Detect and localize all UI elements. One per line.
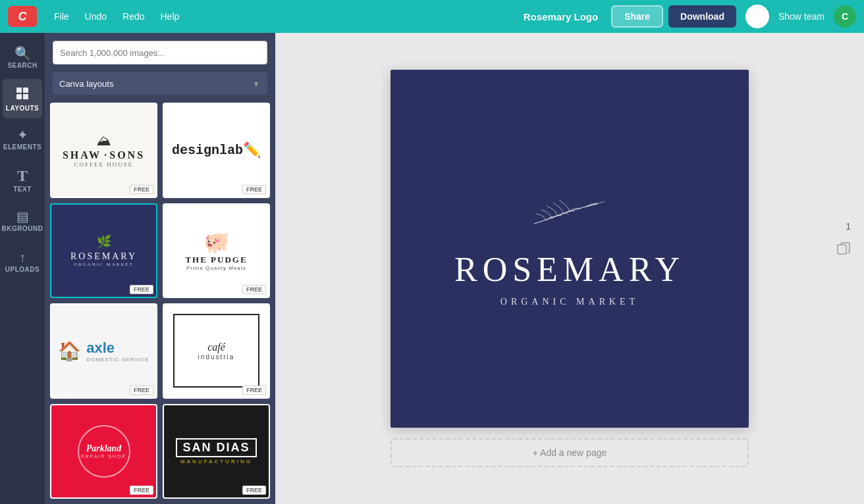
pudge-icon: 🐖 <box>203 230 230 255</box>
canvas-area: ROSEMARY ORGANIC MARKET + Add a new page… <box>275 33 864 504</box>
tool-elements-label: ELEMENTS <box>3 143 41 151</box>
canvas-container: ROSEMARY ORGANIC MARKET + Add a new page <box>391 70 749 467</box>
copy-icon[interactable] <box>836 241 851 259</box>
search-input[interactable] <box>53 41 267 64</box>
designlab-badge: FREE <box>242 185 266 194</box>
shaw-sub: COFFEE HOUSE <box>74 161 134 168</box>
parkland-sub: REPAIR SHOP <box>81 454 126 459</box>
tool-text-label: TEXT <box>13 186 32 193</box>
text-icon: T <box>17 168 28 184</box>
nav-menu: File Undo Redo Help <box>47 9 186 24</box>
search-icon: 🔍 <box>14 47 31 60</box>
page-number: 1 <box>846 221 851 232</box>
panel: Canva layouts My layouts All layouts ⛰ S… <box>45 33 275 504</box>
tool-uploads[interactable]: ↑ UPLOADS <box>3 242 42 282</box>
elements-icon: ✦ <box>17 128 28 141</box>
rosemary-tpl-title: ROSEMARY <box>70 251 137 262</box>
axle-badge: FREE <box>130 386 153 395</box>
layout-card-cafe[interactable]: café industria FREE <box>163 303 270 399</box>
tool-search[interactable]: 🔍 SEARCH <box>3 38 42 78</box>
cafe-title: café <box>207 341 225 353</box>
tool-layouts[interactable]: LAYOUTS <box>3 79 42 118</box>
doc-title: Rosemary Logo <box>524 11 598 22</box>
tool-elements[interactable]: ✦ ELEMENTS <box>3 120 42 159</box>
svg-rect-4 <box>838 245 846 254</box>
menu-redo[interactable]: Redo <box>116 9 151 24</box>
user-avatar[interactable]: C <box>834 5 856 28</box>
svg-rect-3 <box>23 94 28 99</box>
app-body: 🔍 SEARCH LAYOUTS ✦ ELEMENTS T TEXT ▤ <box>0 33 864 504</box>
layouts-grid: ⛰ SHAW • SONS COFFEE HOUSE FREE design <box>45 103 275 504</box>
tool-background[interactable]: ▤ BKGROUND <box>3 201 42 241</box>
canva-logo[interactable]: C <box>8 6 37 27</box>
tools-sidebar: 🔍 SEARCH LAYOUTS ✦ ELEMENTS T TEXT ▤ <box>0 33 45 504</box>
axle-sub: DOMESTIC SERVICE <box>86 357 149 363</box>
canvas-title: ROSEMARY <box>454 250 685 289</box>
menu-file[interactable]: File <box>47 9 76 24</box>
download-button[interactable]: Download <box>668 5 736 28</box>
designlab-text: designlab <box>172 143 243 158</box>
pudge-sub: Prime Quality Meats <box>186 265 246 271</box>
pudge-title: THE PUDGE <box>185 255 247 265</box>
share-button[interactable]: Share <box>611 5 663 28</box>
tool-text[interactable]: T TEXT <box>3 161 42 200</box>
layout-card-designlab[interactable]: designlab ✏️ FREE <box>163 103 270 198</box>
layout-card-pudge[interactable]: 🐖 THE PUDGE Prime Quality Meats FREE <box>163 203 270 299</box>
uploads-icon: ↑ <box>19 251 26 264</box>
sandias-sub: MANUFACTURING <box>180 459 252 465</box>
cafe-badge: FREE <box>242 386 266 395</box>
cafe-sub: industria <box>198 353 235 361</box>
shaw-mountain-icon: ⛰ <box>97 132 111 149</box>
tool-background-label: BKGROUND <box>2 225 43 232</box>
layouts-icon <box>15 86 30 103</box>
axle-icon: 🏠 <box>58 340 81 362</box>
sandias-title: SAN DIAS <box>176 438 256 457</box>
rosemary-tpl-sub: ORGANIC MARKET <box>74 262 134 267</box>
show-team-button[interactable]: Show team <box>778 11 824 22</box>
tool-uploads-label: UPLOADS <box>5 266 40 273</box>
menu-help[interactable]: Help <box>154 9 186 24</box>
rosemary-sprig-svg <box>530 191 609 237</box>
canvas-subtitle: ORGANIC MARKET <box>500 297 639 307</box>
background-icon: ▤ <box>16 210 29 223</box>
rosemary-sprig-icon: 🌿 <box>97 234 111 249</box>
svg-rect-2 <box>16 94 22 99</box>
shaw-sons: SONS <box>109 149 145 161</box>
add-page-button[interactable]: + Add a new page <box>391 438 749 467</box>
design-canvas[interactable]: ROSEMARY ORGANIC MARKET <box>391 70 749 428</box>
filter-select[interactable]: Canva layouts My layouts All layouts <box>53 72 267 95</box>
parkland-badge: FREE <box>130 486 153 495</box>
panel-search-area <box>45 33 275 72</box>
layout-card-axle[interactable]: 🏠 axle DOMESTIC SERVICE FREE <box>50 303 157 399</box>
menu-undo[interactable]: Undo <box>78 9 113 24</box>
designlab-pencil: ✏️ <box>243 141 261 159</box>
panel-filter-area: Canva layouts My layouts All layouts <box>45 72 275 103</box>
layout-card-rosemary[interactable]: 🌿 ROSEMARY ORGANIC MARKET FREE <box>50 203 157 299</box>
layout-card-shaw[interactable]: ⛰ SHAW • SONS COFFEE HOUSE FREE <box>50 103 157 198</box>
rosemary-badge: FREE <box>130 285 153 294</box>
tool-layouts-label: LAYOUTS <box>6 105 39 112</box>
layout-card-parkland[interactable]: Parkland REPAIR SHOP FREE <box>50 404 157 499</box>
shaw-title: SHAW <box>63 149 101 161</box>
axle-text: axle <box>86 340 149 357</box>
topnav: C File Undo Redo Help Rosemary Logo Shar… <box>0 0 864 33</box>
avatar <box>745 5 769 28</box>
sandias-badge: FREE <box>242 486 266 495</box>
pudge-badge: FREE <box>242 285 266 294</box>
parkland-title: Parkland <box>86 443 122 454</box>
shaw-badge: FREE <box>130 185 153 194</box>
svg-rect-0 <box>16 88 22 93</box>
layout-card-sandias[interactable]: SAN DIAS MANUFACTURING FREE <box>163 404 270 499</box>
tool-search-label: SEARCH <box>7 62 37 69</box>
svg-rect-1 <box>23 88 28 93</box>
